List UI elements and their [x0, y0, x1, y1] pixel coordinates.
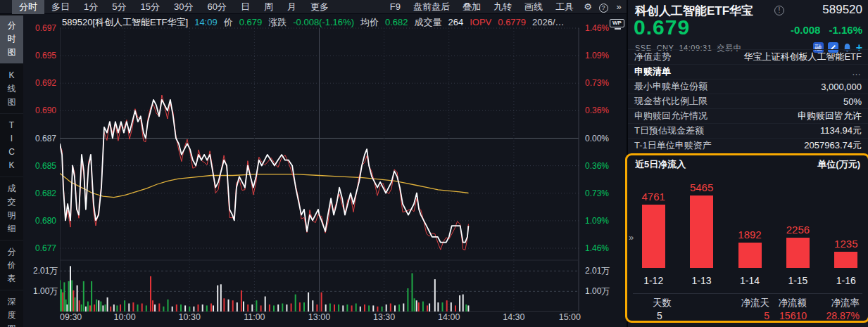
fund-info-row: 最小申赎单位份额3,000,000 — [628, 79, 868, 94]
stat-value-天数: 5 — [657, 310, 662, 321]
help-circle-glyph: ? — [599, 4, 608, 13]
sidebar-item-TICK[interactable]: TICK — [0, 115, 23, 177]
sidebar-item-成交明细[interactable]: 成交明细 — [0, 179, 23, 241]
sidebar-item-char: T — [0, 119, 23, 132]
volume-axis-label-right: 1.00万 — [585, 286, 610, 297]
toolbar-button-叠加[interactable]: 叠加 — [456, 0, 487, 14]
stat-value-净流天: 5 — [764, 310, 769, 321]
inflow-bar — [834, 252, 857, 268]
time-axis-label: 10:00 — [113, 312, 135, 322]
tab-更多[interactable]: 更多 — [303, 0, 336, 14]
inflow-bar-date: 1-16 — [836, 275, 856, 286]
percent-axis-label: 1.46% — [585, 243, 609, 253]
tab-月[interactable]: 月 — [280, 0, 303, 14]
row-label: 现金替代比例上限 — [634, 95, 707, 108]
fund-info-row: 现金替代比例上限50% — [628, 94, 868, 108]
intraday-chart-region: 589520[科创人工智能ETF华宝]14:09价0.679涨跌-0.008(-… — [23, 14, 627, 327]
inflow-bar-value: 5465 — [690, 181, 713, 193]
time-axis-label: 14:30 — [503, 312, 524, 322]
change-pct: -1.16% — [829, 24, 862, 36]
row-value: 3,000,000 — [821, 82, 862, 92]
tab-日[interactable]: 日 — [234, 0, 257, 14]
fund-info-row: 申购赎回允许情况申购赎回皆允许 — [628, 108, 868, 123]
price-axis-label: 0.677 — [35, 243, 56, 253]
series-avg — [60, 173, 468, 197]
row-label: 申赎清单 — [634, 65, 671, 78]
tab-60分[interactable]: 60分 — [200, 0, 233, 14]
percent-axis-label: 0.36% — [585, 105, 609, 115]
sidebar-item-char: 表 — [0, 272, 23, 286]
series-price — [60, 100, 468, 243]
sidebar-item-char: 线 — [0, 82, 23, 96]
sidebar-item-K线图[interactable]: K线图 — [0, 65, 23, 114]
series-iopv — [60, 95, 468, 250]
inflow-bar — [690, 195, 713, 268]
net-inflow-bars: 47611-1254651-1318921-1422561-1512351-16 — [627, 155, 868, 275]
tab-多日[interactable]: 多日 — [44, 0, 77, 14]
fund-info-row: T日预估现金差额1134.94元 — [628, 123, 868, 138]
price-axis-label: 0.695 — [35, 51, 56, 60]
inflow-bar-value: 1892 — [738, 229, 761, 241]
change-abs: -0.008 — [791, 24, 821, 36]
inflow-bar-value: 4761 — [642, 191, 665, 203]
row-label: 申购赎回允许情况 — [634, 110, 707, 122]
row-value: 50% — [843, 96, 862, 107]
inflow-bar-date: 1-13 — [692, 275, 712, 286]
toolbar-button-F9[interactable]: F9 — [384, 0, 407, 14]
intraday-plot[interactable] — [60, 23, 581, 312]
last-price: 0.679 — [634, 15, 690, 39]
top-toolbar: 分时多日1分5分15分30分60分日周月更多 F9盘前盘后叠加九转画线工具⚙?» — [0, 0, 627, 14]
tab-5分[interactable]: 5分 — [105, 0, 133, 14]
inflow-bar — [786, 238, 810, 268]
price-axis-label: 0.692 — [35, 78, 56, 88]
toolbar-button-盘前盘后[interactable]: 盘前盘后 — [407, 0, 456, 14]
etf-code: 589520 — [822, 3, 862, 17]
inflow-bar-date: 1-14 — [740, 275, 760, 286]
gear-icon[interactable]: ⚙ — [580, 0, 596, 14]
percent-axis-label: 0.73% — [585, 78, 609, 88]
row-label: T日预估现金差额 — [634, 124, 704, 137]
inflow-bar — [738, 243, 762, 268]
percent-axis-label: 1.46% — [585, 23, 609, 33]
sidebar-item-char: 明 — [0, 209, 23, 222]
toolbar-button-九转[interactable]: 九转 — [487, 0, 518, 14]
percent-axis-label: 1.09% — [585, 216, 609, 226]
tab-分时[interactable]: 分时 — [12, 0, 44, 14]
row-value: 申购赎回皆允许 — [798, 110, 862, 122]
stat-label-净流率: 净流率 — [831, 297, 860, 309]
row-value: 华宝上证科创板人工智能ETF — [743, 51, 862, 63]
help-icon[interactable]: ? — [596, 0, 611, 14]
toolbar-button-画线[interactable]: 画线 — [518, 0, 549, 14]
sidebar-item-char: K — [0, 159, 23, 172]
volume-axis-label-left: 1.00万 — [33, 286, 58, 297]
price-change: -0.008-1.16% — [791, 24, 862, 36]
tab-15分[interactable]: 15分 — [133, 0, 166, 14]
tab-1分[interactable]: 1分 — [77, 0, 105, 14]
sidebar-item-char: 分 — [0, 245, 23, 259]
sidebar-item-char: 图 — [0, 46, 23, 59]
sidebar-item-深度图[interactable]: 深度图 — [0, 292, 23, 327]
tab-周[interactable]: 周 — [257, 0, 280, 14]
row-label: 净值走势 — [634, 51, 671, 63]
row-value[interactable]: … — [852, 67, 862, 77]
stats-divider — [633, 293, 862, 294]
period-tabs: 分时多日1分5分15分30分60分日周月更多 — [12, 0, 336, 14]
sidebar-item-char: 深 — [0, 295, 23, 309]
quote-panel: 科创人工智能ETF华宝 ! 589520 0.679 -0.008-1.16% … — [627, 0, 868, 327]
price-axis-label: 0.680 — [35, 216, 56, 226]
sidebar-item-char: 细 — [0, 222, 23, 236]
sidebar-item-char: 成 — [0, 182, 23, 195]
toolbar-button-工具[interactable]: 工具 — [549, 0, 580, 14]
tab-30分[interactable]: 30分 — [167, 0, 200, 14]
time-axis-label: 09:30 — [60, 312, 82, 322]
toolbar-tools: F9盘前盘后叠加九转画线工具⚙?» — [384, 0, 627, 14]
volume-axis-label-left: 2.01万 — [33, 265, 58, 277]
panel-collapse-arrow[interactable]: » — [629, 232, 634, 243]
fund-info-row: 申赎清单… — [628, 64, 868, 79]
sidebar-item-分时图[interactable]: 分时图 — [0, 15, 23, 64]
inflow-bar-value: 2256 — [786, 224, 810, 236]
info-icon[interactable]: ! — [774, 6, 784, 15]
sidebar-item-分价表[interactable]: 分价表 — [0, 242, 23, 290]
time-axis-label: 15:00 — [559, 312, 581, 322]
toolbar-expand-icon[interactable]: » — [611, 0, 627, 14]
